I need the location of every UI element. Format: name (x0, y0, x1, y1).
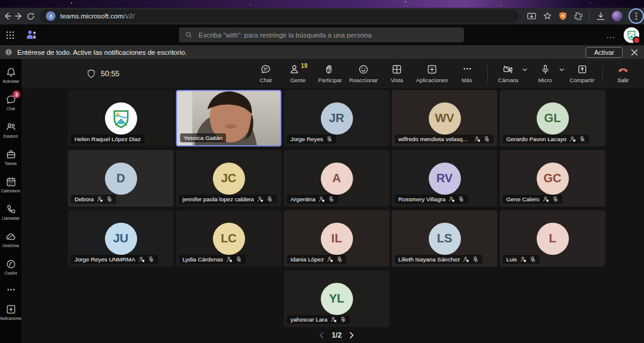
address-bar[interactable]: teams.microsoft.com/v2/ (40, 10, 518, 23)
toolbar-more-button[interactable]: Más (451, 64, 483, 83)
browser-menu-icon[interactable] (628, 8, 644, 24)
participant-tile[interactable]: RV Rossmery Villagra (392, 150, 497, 207)
participant-logo-avatar (105, 102, 137, 135)
toolbar-apps-button[interactable]: Aplicaciones (413, 64, 451, 83)
user-avatar[interactable] (624, 27, 639, 43)
search-input[interactable] (197, 31, 458, 39)
toolbar-react-button[interactable]: Reaccionar (346, 64, 381, 83)
mic-muted-icon (106, 196, 113, 202)
raised-hand-icon (324, 64, 336, 75)
meeting-toolbar: 50:55 Chat 19 Gente Participar Reacciona… (21, 59, 644, 88)
phone-icon (5, 204, 17, 215)
sidebar-item-chat[interactable]: 3 Chat (0, 89, 21, 116)
downloads-icon[interactable] (596, 11, 606, 21)
plus-square-icon (5, 304, 17, 315)
toolbar-view-button[interactable]: Vista (381, 64, 413, 83)
participant-tile[interactable]: LC Lydia Cárdenas (176, 210, 281, 267)
activate-notifications-button[interactable]: Activar (586, 47, 623, 58)
participant-initials-avatar: GL (537, 102, 569, 135)
browser-toolbar: teams.microsoft.com/v2/ (0, 8, 644, 24)
participant-tile[interactable]: Helen Raquel López Diaz (68, 90, 174, 146)
teams-logo-icon (25, 29, 38, 41)
person-badge-icon (226, 256, 233, 263)
participant-tile[interactable]: Yessica Gaitán (176, 90, 281, 146)
participant-tile[interactable]: JU Jorge Reyes UNMRMA (68, 210, 174, 267)
participant-tile[interactable]: A Argentina (284, 150, 389, 207)
search-icon (185, 31, 193, 39)
participant-name-pill: Jorge Reyes UNMRMA (71, 255, 158, 264)
toolbar-button-label: Compartir (569, 77, 595, 83)
toolbar-chat-button[interactable]: Chat (250, 64, 282, 83)
plus-square-icon (426, 64, 438, 75)
teams-header: ... (0, 24, 644, 45)
toolbar-button-label: Participar (318, 77, 342, 83)
toolbar-people-button[interactable]: 19 Gente (282, 64, 314, 83)
participant-tile[interactable]: LS Lilieth Isayana Sánchez (392, 210, 497, 267)
person-badge-icon (330, 316, 337, 323)
search-bar[interactable] (179, 27, 464, 42)
mic-muted-icon (484, 136, 490, 142)
toolbar-divider (589, 11, 590, 21)
participant-name: Lydia Cárdenas (182, 256, 223, 263)
toolbar-camera-button[interactable]: Cámara (492, 64, 524, 83)
participant-name-pill: wilfredo mendieta velasquez (395, 135, 494, 144)
participant-tile[interactable]: YL yahoscar Lara (284, 270, 389, 327)
participant-tile[interactable]: IL Idania López (284, 210, 389, 267)
participant-initials-avatar: WV (429, 102, 461, 135)
person-badge-icon (474, 136, 481, 142)
close-icon[interactable] (631, 49, 638, 56)
install-app-icon[interactable] (527, 11, 537, 21)
participant-name: Jorge Reyes (290, 136, 323, 142)
participant-tile[interactable]: L Luis (500, 210, 605, 267)
toolbar-button-label: Cámara (498, 77, 518, 83)
participant-tile[interactable]: WV wilfredo mendieta velasquez (392, 90, 497, 146)
sidebar-item-assignments[interactable]: Tareas (0, 144, 21, 171)
camera-off-icon (502, 64, 514, 75)
back-icon[interactable] (2, 9, 12, 23)
school-crest (106, 104, 136, 133)
mic-muted-icon (340, 316, 346, 323)
sidebar-item-apps[interactable]: Aplicaciones (0, 298, 21, 326)
toolbar-share-button[interactable]: Compartir (566, 64, 598, 83)
toolbar-participate-button[interactable]: Participar (314, 64, 346, 83)
sidebar-item-activity[interactable]: Actividad (0, 61, 21, 89)
reload-icon[interactable] (26, 9, 35, 23)
sidebar-item-calls[interactable]: Llamadas (0, 198, 21, 226)
sidebar-item-onedrive[interactable]: OneDrive (0, 226, 21, 253)
person-badge-icon (520, 256, 527, 263)
sidebar-item-copilot[interactable]: Copilot (0, 253, 21, 280)
person-badge-icon (257, 196, 264, 202)
page-prev-icon[interactable] (318, 332, 324, 339)
adblock-extension-icon[interactable] (558, 11, 568, 21)
participant-initials-avatar: GC (537, 163, 569, 195)
bookmark-star-icon[interactable] (543, 11, 552, 21)
participant-tile[interactable]: JC jennifer paola lopez caldera (176, 150, 281, 207)
notification-banner: Entérese de todo. Active las notificacio… (0, 45, 644, 59)
page-next-icon[interactable] (349, 332, 355, 339)
forward-icon[interactable] (14, 9, 24, 23)
person-badge-icon (448, 196, 455, 202)
browser-profile-avatar[interactable] (612, 11, 623, 21)
participant-tile[interactable]: GC Gene Calero (500, 150, 605, 207)
sidebar-item-more[interactable] (0, 280, 21, 298)
participant-tile[interactable]: JR Jorge Reyes (284, 90, 389, 146)
toolbar-button-label: Aplicaciones (416, 77, 448, 83)
header-more-icon[interactable]: ... (606, 30, 615, 40)
sidebar-item-calendar[interactable]: Calendario (0, 171, 21, 198)
sidebar-item-teams[interactable]: Equipos (0, 116, 21, 144)
participant-name: wilfredo mendieta velasquez (398, 136, 471, 142)
participant-name-pill: Lydia Cárdenas (179, 255, 246, 264)
leave-meeting-button[interactable]: Salir (607, 64, 639, 83)
smiley-icon (358, 64, 369, 75)
toolbar-mic-button[interactable]: Micro (529, 64, 561, 83)
app-launcher-icon[interactable] (6, 31, 14, 39)
extensions-puzzle-icon[interactable] (574, 11, 583, 21)
people-icon (289, 64, 300, 75)
participant-name: yahoscar Lara (290, 316, 327, 323)
participant-initials-avatar: YL (321, 283, 353, 315)
participant-tile[interactable]: D Debora (68, 150, 174, 207)
participant-name-pill: Rossmery Villagra (395, 195, 468, 204)
mic-muted-icon (552, 196, 559, 202)
toolbar-button-label: Salir (617, 77, 628, 83)
participant-tile[interactable]: GL Gerardo Pavon Lacayo (500, 90, 605, 146)
